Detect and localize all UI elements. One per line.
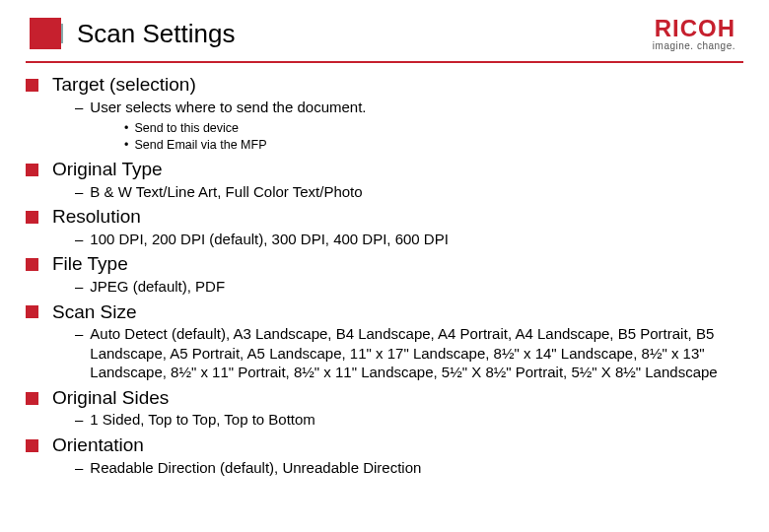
section-heading: Original Type [26, 158, 743, 182]
section-heading-text: Original Type [52, 158, 163, 182]
section-sub-text: 100 DPI, 200 DPI (default), 300 DPI, 400… [90, 230, 743, 249]
section-sub: –JPEG (default), PDF [75, 277, 743, 297]
section-sub: –Auto Detect (default), A3 Landscape, B4… [75, 324, 743, 382]
section: Original Sides–1 Sided, Top to Top, Top … [26, 386, 743, 430]
section-heading: Scan Size [26, 300, 743, 325]
section-sub: –User selects where to send the document… [75, 98, 743, 117]
section-heading: Resolution [26, 205, 743, 230]
section-sub-text: B & W Text/Line Art, Full Color Text/Pho… [90, 182, 743, 202]
dot-icon: • [124, 137, 128, 154]
section-sub-text: Readable Direction (default), Unreadable… [90, 458, 743, 478]
section-sub-text: Auto Detect (default), A3 Landscape, B4 … [90, 324, 743, 382]
dash-icon: – [75, 98, 83, 117]
dash-icon: – [75, 182, 83, 202]
bullet-list: •Send to this device•Send Email via the … [124, 120, 743, 154]
logo-brand: RICOH [653, 17, 735, 40]
section-sub-text: JPEG (default), PDF [90, 277, 743, 297]
section-heading: File Type [26, 252, 743, 277]
section-heading: Target (selection) [26, 73, 743, 98]
dot-icon: • [124, 120, 128, 137]
section: Scan Size–Auto Detect (default), A3 Land… [26, 300, 743, 382]
title-block-icon [30, 18, 61, 49]
section-sub: –100 DPI, 200 DPI (default), 300 DPI, 40… [75, 230, 743, 249]
bullet-text: Send Email via the MFP [134, 137, 266, 154]
dash-icon: – [75, 410, 83, 430]
section-sub: –B & W Text/Line Art, Full Color Text/Ph… [75, 182, 743, 202]
bullet-square-icon [26, 439, 38, 452]
dash-icon: – [75, 277, 83, 297]
section-heading-text: Scan Size [52, 300, 137, 325]
section-heading-text: Resolution [52, 205, 141, 230]
bullet-item: •Send Email via the MFP [124, 137, 743, 154]
section-sub: –Readable Direction (default), Unreadabl… [75, 458, 743, 478]
bullet-square-icon [26, 164, 38, 176]
dash-icon: – [75, 458, 83, 478]
bullet-square-icon [26, 79, 38, 92]
bullet-square-icon [26, 392, 38, 405]
section-heading-text: Orientation [52, 433, 144, 458]
section-heading-text: Target (selection) [52, 73, 196, 98]
bullet-text: Send to this device [134, 120, 239, 137]
dash-icon: – [75, 230, 83, 249]
brand-logo: RICOH imagine. change. [653, 17, 739, 51]
bullet-item: •Send to this device [124, 120, 743, 137]
page-title: Scan Settings [77, 19, 653, 49]
section-sub: –1 Sided, Top to Top, Top to Bottom [75, 410, 743, 430]
section-heading: Original Sides [26, 386, 743, 411]
bullet-square-icon [26, 211, 38, 224]
section: Orientation–Readable Direction (default)… [26, 433, 743, 477]
section-heading-text: File Type [52, 252, 128, 277]
section: Resolution–100 DPI, 200 DPI (default), 3… [26, 205, 743, 248]
section: File Type–JPEG (default), PDF [26, 252, 743, 296]
section: Target (selection)–User selects where to… [26, 73, 743, 154]
section-heading: Orientation [26, 433, 743, 458]
bullet-square-icon [26, 305, 38, 318]
section: Original Type–B & W Text/Line Art, Full … [26, 158, 743, 201]
section-sub-text: 1 Sided, Top to Top, Top to Bottom [90, 410, 743, 430]
bullet-square-icon [26, 258, 38, 271]
dash-icon: – [75, 324, 83, 382]
divider [26, 61, 743, 63]
section-sub-text: User selects where to send the document. [90, 98, 743, 117]
section-heading-text: Original Sides [52, 386, 169, 411]
logo-tagline: imagine. change. [653, 40, 735, 51]
